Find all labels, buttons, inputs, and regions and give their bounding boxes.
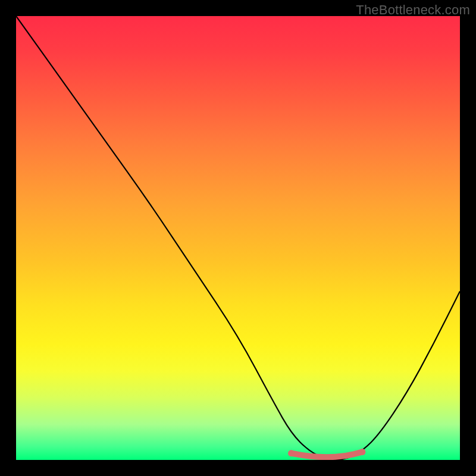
curve-layer [16,16,460,460]
optimal-start-dot [288,450,295,456]
watermark-text: TheBottleneck.com [356,2,470,18]
optimal-band-path [292,452,362,458]
optimal-end-dot [359,449,365,455]
bottleneck-curve-path [16,16,460,460]
chart-root: TheBottleneck.com [0,0,476,476]
plot-area [16,16,460,460]
